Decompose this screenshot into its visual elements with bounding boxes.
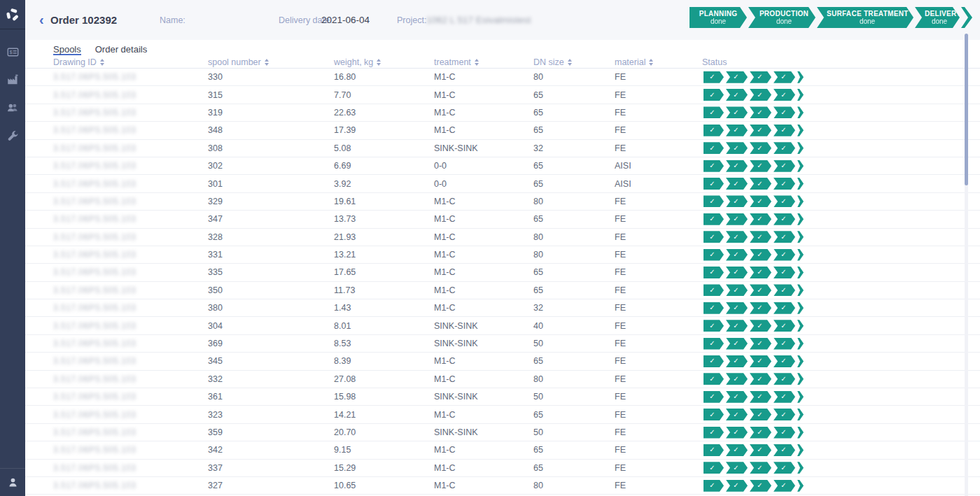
cell-material: FE [615, 285, 702, 295]
sort-icon [475, 59, 479, 66]
check-icon: ✓ [780, 446, 786, 453]
check-icon: ✓ [780, 92, 786, 99]
check-icon: ✓ [757, 376, 762, 383]
table-row[interactable]: 3.517.06PS.505.103 319 22.63 M1-C 65 FE … [25, 104, 980, 122]
table-row[interactable]: 3.517.06PS.505.103 337 15.29 M1-C 65 FE … [25, 460, 980, 477]
column-material[interactable]: material [615, 57, 702, 67]
column-drawing-id[interactable]: Drawing ID [53, 57, 208, 67]
check-icon: ✓ [733, 287, 738, 294]
status-step-done: ✓ [702, 213, 724, 225]
table-row[interactable]: 3.517.06PS.505.103 361 15.98 SINK-SINK 5… [25, 388, 980, 406]
status-step-done: ✓ [774, 231, 795, 243]
cell-drawing-id-redacted: 3.517.06PS.505.103 [53, 125, 208, 135]
status-step-done: ✓ [774, 284, 795, 296]
table-row[interactable]: 3.517.06PS.505.103 304 8.01 SINK-SINK 40… [25, 317, 980, 334]
status-step-done: ✓ [774, 106, 795, 118]
check-icon: ✓ [757, 109, 762, 116]
cell-dn-size: 80 [533, 250, 615, 260]
cell-dn-size: 80 [533, 72, 615, 82]
column-weight[interactable]: weight, kg [334, 57, 434, 67]
cell-dn-size: 50 [533, 392, 615, 402]
table-row[interactable]: 3.517.06PS.505.103 335 17.65 M1-C 65 FE … [25, 264, 980, 281]
table-row[interactable]: 3.517.06PS.505.103 329 19.61 M1-C 80 FE … [25, 193, 980, 211]
status-step-done: ✓ [774, 160, 795, 172]
check-icon: ✓ [709, 340, 715, 347]
tab-spools[interactable]: Spools [53, 44, 81, 55]
status-step-done: ✓ [750, 373, 771, 385]
cell-spool-number: 329 [208, 197, 334, 206]
table-row[interactable]: 3.517.06PS.505.103 380 1.43 M1-C 32 FE ✓… [25, 299, 980, 317]
status-arrow-tail [797, 409, 804, 420]
cell-weight: 16.80 [334, 72, 434, 82]
table-row[interactable]: 3.517.06PS.505.103 369 8.53 SINK-SINK 50… [25, 335, 980, 353]
cell-weight: 15.29 [334, 463, 434, 473]
check-icon: ✓ [733, 73, 738, 80]
step-delivery: DELIVERY done [915, 7, 960, 28]
status-step-done: ✓ [750, 267, 771, 278]
sidebar-item-production[interactable] [1, 69, 24, 91]
check-icon: ✓ [757, 234, 762, 241]
cell-material: FE [615, 427, 702, 437]
sidebar-item-settings[interactable] [1, 125, 24, 147]
table-row[interactable]: 3.517.06PS.505.103 328 21.93 M1-C 80 FE … [25, 229, 980, 246]
table-row[interactable]: 3.517.06PS.505.103 332 27.08 M1-C 80 FE … [25, 371, 980, 388]
table-row[interactable]: 3.517.06PS.505.103 301 3.92 0-0 65 AISI … [25, 175, 980, 192]
status-arrow-tail [797, 178, 804, 190]
sidebar-item-users[interactable] [1, 97, 24, 119]
table-row[interactable]: 3.517.06PS.505.103 302 6.69 0-0 65 AISI … [25, 157, 980, 175]
cell-dn-size: 80 [533, 374, 615, 384]
column-dn-size[interactable]: DN size [533, 57, 615, 67]
check-icon: ✓ [733, 323, 738, 330]
tab-order-details[interactable]: Order details [95, 44, 147, 55]
cell-drawing-id-redacted: 3.517.06PS.505.103 [53, 481, 208, 490]
cell-treatment: SINK-SINK [434, 427, 533, 437]
column-status: Status [702, 57, 980, 67]
scrollbar-thumb[interactable] [965, 34, 968, 185]
check-icon: ✓ [733, 145, 738, 152]
sort-icon [568, 59, 572, 66]
sort-icon [265, 59, 269, 66]
table-row[interactable]: 3.517.06PS.505.103 331 13.21 M1-C 80 FE … [25, 246, 980, 264]
check-icon: ✓ [780, 127, 786, 134]
status-step-done: ✓ [774, 462, 795, 474]
status-bar: ✓✓✓✓ [702, 160, 980, 172]
column-treatment[interactable]: treatment [434, 57, 533, 67]
cell-treatment: M1-C [434, 108, 533, 118]
table-row[interactable]: 3.517.06PS.505.103 315 7.70 M1-C 65 FE ✓… [25, 86, 980, 104]
status-step-done: ✓ [750, 231, 771, 243]
status-step-done: ✓ [726, 178, 748, 190]
table-row[interactable]: 3.517.06PS.505.103 330 16.80 M1-C 80 FE … [25, 69, 980, 86]
sidebar-item-profile[interactable] [0, 468, 25, 496]
table-row[interactable]: 3.517.06PS.505.103 348 17.39 M1-C 65 FE … [25, 122, 980, 139]
status-bar: ✓✓✓✓ [702, 231, 980, 243]
check-icon: ✓ [733, 215, 738, 222]
check-icon: ✓ [757, 429, 762, 436]
wrench-icon [7, 130, 19, 142]
status-arrow-tail [797, 213, 804, 225]
check-icon: ✓ [733, 482, 738, 489]
status-step-done: ✓ [774, 480, 795, 492]
svg-text:$: $ [9, 49, 13, 55]
status-step-done: ✓ [702, 160, 724, 172]
cell-material: FE [615, 445, 702, 455]
table-row[interactable]: 3.517.06PS.505.103 350 11.73 M1-C 65 FE … [25, 282, 980, 299]
column-spool-number[interactable]: spool number [208, 57, 334, 67]
check-icon: ✓ [780, 287, 786, 294]
table-row[interactable]: 3.517.06PS.505.103 323 14.21 M1-C 65 FE … [25, 406, 980, 423]
table-row[interactable]: 3.517.06PS.505.103 347 13.73 M1-C 65 FE … [25, 211, 980, 228]
app-logo[interactable] [0, 0, 25, 29]
check-icon: ✓ [709, 465, 715, 472]
cell-material: FE [615, 303, 702, 313]
status-arrow-tail [797, 320, 804, 332]
table-row[interactable]: 3.517.06PS.505.103 342 9.15 M1-C 65 FE ✓… [25, 441, 980, 459]
cell-weight: 13.73 [334, 214, 434, 224]
status-step-done: ✓ [774, 444, 795, 456]
table-row[interactable]: 3.517.06PS.505.103 359 20.70 SINK-SINK 5… [25, 424, 980, 441]
sidebar-item-orders[interactable]: $ [1, 41, 24, 63]
cell-material: FE [615, 410, 702, 420]
table-row[interactable]: 3.517.06PS.505.103 327 10.65 M1-C 80 FE … [25, 477, 980, 495]
cell-weight: 3.92 [334, 179, 434, 189]
table-row[interactable]: 3.517.06PS.505.103 345 8.39 M1-C 65 FE ✓… [25, 353, 980, 370]
cell-dn-size: 65 [533, 90, 615, 100]
table-row[interactable]: 3.517.06PS.505.103 308 5.08 SINK-SINK 32… [25, 140, 980, 157]
